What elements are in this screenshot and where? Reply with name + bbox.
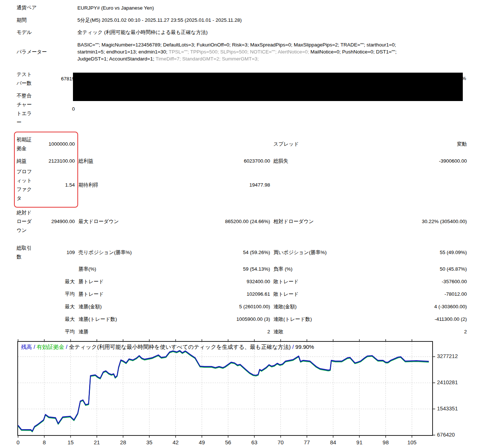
parameters-line2a: startmin1=5; endhour1=13; endmin1=30; xyxy=(77,49,169,55)
stats-row: プロフ ィット ファク タ1.54期待利得19477.98 xyxy=(17,167,467,203)
stat-value: 1.54 xyxy=(38,181,75,190)
stat-value: 55 (49.09%) xyxy=(371,248,467,257)
x-axis-tick-label: 35 xyxy=(141,439,157,445)
stat-label: 勝率(%) xyxy=(75,265,196,274)
stat-label: 勝トレード xyxy=(75,277,196,286)
stat-label: 最大ドローダウン xyxy=(75,217,196,226)
row-period: 期間 5分足(M5) 2025.01.02 00:10 - 2025.11.27… xyxy=(17,17,468,24)
model-label: モデル xyxy=(17,29,77,36)
y-axis-tick-label: 3277212 xyxy=(437,353,458,359)
test-bars-value: 67819 xyxy=(38,74,75,83)
stat-label: 買いポジション(勝率%) xyxy=(270,248,371,257)
stat-value: 19477.98 xyxy=(196,181,270,190)
stat-value: 2123100.00 xyxy=(38,157,75,166)
legend-balance: 残高 xyxy=(21,344,32,350)
x-axis-tick-label: 77 xyxy=(299,439,315,445)
x-axis-tick-label: 56 xyxy=(220,439,236,445)
stat-label: 連勝 xyxy=(75,327,196,336)
x-axis-tick-label: 42 xyxy=(168,439,184,445)
x-axis-tick-label: 15 xyxy=(63,439,79,445)
stat-value: 109 xyxy=(38,248,75,257)
stat-label: 総損失 xyxy=(270,157,371,166)
symbol-value: EURJPY# (Euro vs Japanese Yen) xyxy=(77,5,468,11)
stat-label: 連勝(金額) xyxy=(75,302,196,311)
mismatch-errors-label: 不整合 チャー トエラ ー xyxy=(17,91,38,127)
legend-model: 全ティック(利用可能な最小時間枠を使いすべてのティックを生成する、最も正確な方法… xyxy=(69,344,291,350)
stats-row: 最大連勝(金額)5 (260100.00)連敗(金額)4 (-303600.00… xyxy=(17,302,467,311)
stats-row: 初期証 拠金1000000.00スプレッド変動 xyxy=(17,135,467,153)
stat-label: 売りポジション(勝率%) xyxy=(75,248,196,257)
parameters-line2b: MailNotice=0; PushNotice=0; DST1=""; xyxy=(311,49,397,55)
stat-label: スプレッド xyxy=(270,140,371,149)
stats-row: 勝率(%)59 (54.13%)負率 (%)50 (45.87%) xyxy=(17,265,467,274)
stat-label: 絶対ド ローダ ウン xyxy=(17,208,38,235)
stat-value: -411300.00 (2) xyxy=(371,315,467,324)
stat-value: 変動 xyxy=(371,140,467,149)
equity-chart: 残高 / 有効証拠金 / 全ティック(利用可能な最小時間枠を使いすべてのティック… xyxy=(17,341,433,436)
chart-legend: 残高 / 有効証拠金 / 全ティック(利用可能な最小時間枠を使いすべてのティック… xyxy=(21,344,314,351)
stat-value: 102096.61 xyxy=(196,290,270,299)
stat-value: 2 xyxy=(196,327,270,336)
stat-value: 最大 xyxy=(38,277,75,286)
y-axis-tick-label: 1543351 xyxy=(437,406,458,411)
parameters-line3a: JudgeDST=1; AccountStandard=1; xyxy=(77,56,155,62)
x-axis-tick-label: 63 xyxy=(246,439,262,445)
stat-value: 59 (54.13%) xyxy=(196,265,270,274)
stat-label: プロフ ィット ファク タ xyxy=(17,167,38,203)
y-axis-tick-label: 2410281 xyxy=(437,379,458,385)
stat-value: -3900600.00 xyxy=(371,157,467,166)
stat-value: 最大 xyxy=(38,315,75,324)
stat-label: 勝トレード xyxy=(75,290,196,299)
stat-label: 連敗 xyxy=(270,327,371,336)
parameters-line1: BASIC=""; MagicNumber=123456789; Default… xyxy=(77,42,396,48)
stat-label: 連敗(トレード数) xyxy=(270,315,371,324)
stat-label: 初期証 拠金 xyxy=(17,135,38,153)
backtest-report: 通貨ペア EURJPY# (Euro vs Japanese Yen) 期間 5… xyxy=(0,0,486,448)
stat-value: 294900.00 xyxy=(38,217,75,226)
stat-value: -357600.00 xyxy=(371,277,467,286)
parameters-line3-faded: TimeDiff=7; StandardGMT=2; SummerGMT=3; xyxy=(155,56,259,62)
stats-row: 平均勝トレード102096.61敗トレード-78012.00 xyxy=(17,290,467,299)
legend-equity: 有効証拠金 xyxy=(37,344,64,350)
redaction-box xyxy=(73,73,463,101)
stat-label: 敗トレード xyxy=(270,277,371,286)
stats-row: 絶対ド ローダ ウン294900.00最大ドローダウン865200.00 (24… xyxy=(17,208,467,235)
stat-value: 30.22% (305400.00) xyxy=(371,217,467,226)
x-axis-labels: 0815212835424956637077849198105 xyxy=(17,439,433,447)
stat-value: 1000000.00 xyxy=(38,140,75,149)
x-axis-tick-label: 98 xyxy=(378,439,394,445)
stat-value: 4 (-303600.00) xyxy=(371,302,467,311)
balance-line xyxy=(18,351,429,431)
row-parameters: パラメーター BASIC=""; MagicNumber=123456789; … xyxy=(17,41,468,62)
equity-line xyxy=(18,351,429,432)
stat-label: 総利益 xyxy=(75,157,196,166)
stat-value: 865200.00 (24.66%) xyxy=(196,217,270,226)
mismatch-errors-value: 0 xyxy=(38,105,75,114)
parameters-value: BASIC=""; MagicNumber=123456789; Default… xyxy=(77,41,468,62)
legend-separator-2: / xyxy=(64,344,69,350)
x-axis-tick-label: 0 xyxy=(10,439,26,445)
x-axis-tick-label: 28 xyxy=(115,439,131,445)
x-axis-tick-label: 70 xyxy=(273,439,289,445)
stat-value: 6023700.00 xyxy=(196,157,270,166)
legend-separator-3: / xyxy=(291,344,296,350)
legend-quality: 99.90% xyxy=(296,344,314,350)
stats-row: 純益2123100.00総利益6023700.00総損失-3900600.00 xyxy=(17,157,467,166)
model-value: 全ティック (利用可能な最小時間枠による最も正確な方法) xyxy=(77,29,468,36)
x-axis-tick-label: 49 xyxy=(194,439,210,445)
stat-label: 敗トレード xyxy=(270,290,371,299)
stat-value: 2 xyxy=(371,327,467,336)
x-axis-tick-label: 84 xyxy=(325,439,341,445)
y-axis-tick-label: 676420 xyxy=(437,432,455,438)
stats-row: 最大連勝(トレード数)1005900.00 (3)連敗(トレード数)-41130… xyxy=(17,315,467,324)
legend-separator-1: / xyxy=(32,344,37,350)
stat-value: 最大 xyxy=(38,302,75,311)
stat-label: 総取引 数 xyxy=(17,244,38,261)
stat-value: 1005900.00 (3) xyxy=(196,315,270,324)
stats-row: 総取引 数109売りポジション(勝率%)54 (59.26%)買いポジション(勝… xyxy=(17,244,467,261)
x-axis-tick-label: 105 xyxy=(404,439,420,445)
period-label: 期間 xyxy=(17,17,77,24)
stat-value: 平均 xyxy=(38,327,75,336)
stat-label: 期待利得 xyxy=(75,181,196,190)
stat-value: 5 (260100.00) xyxy=(196,302,270,311)
